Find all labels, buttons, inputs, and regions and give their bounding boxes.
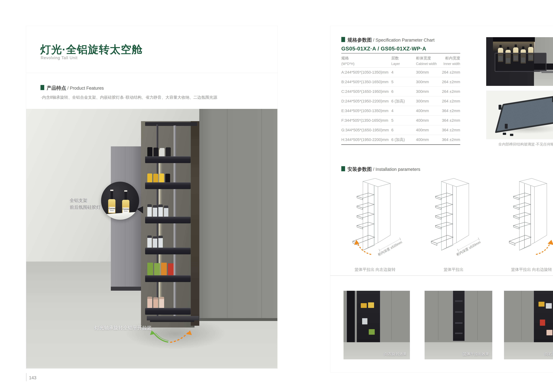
spec-heading-zh: 规格参数图 bbox=[347, 37, 372, 42]
install-diagram-straight: 柜内深度 ≥520mm bbox=[423, 176, 484, 260]
effect-photo-pullout: 篮体平拉出效果 bbox=[425, 291, 492, 359]
page-subtitle: Revolving Tall Unit bbox=[41, 56, 77, 60]
cabinet-right-panels bbox=[199, 109, 277, 321]
install-diagram-left-rotate: 柜内深度 ≥520mm bbox=[345, 176, 405, 260]
diagram-caption: 篮体平拉出 向右边旋转 bbox=[501, 267, 553, 272]
table-row: F:344*505*(1350-1650)mm5400mm364 ±2mm bbox=[341, 116, 460, 125]
rotation-arrows bbox=[142, 325, 195, 346]
effect-photo-caption: 篮体平拉出效果 bbox=[463, 351, 489, 357]
page-title: 灯光·全铝旋转太空舱 bbox=[40, 42, 143, 57]
product-photo-pullout bbox=[486, 37, 553, 86]
basket-tray bbox=[145, 156, 191, 163]
install-diagram-right-rotate bbox=[501, 176, 553, 260]
tray-items bbox=[147, 173, 189, 182]
install-heading-en: / Installation parameters bbox=[372, 167, 420, 172]
bottle-graphic: CoronaExtra bbox=[122, 190, 129, 214]
tray-items bbox=[147, 296, 189, 308]
panel-seam bbox=[262, 109, 262, 321]
diagram-caption: 篮体平拉出 bbox=[423, 267, 484, 272]
bottle-graphic: CoronaExtra bbox=[108, 190, 116, 213]
effect-photo-caption: 向左旋转效果 bbox=[384, 351, 407, 357]
toe-kick bbox=[200, 318, 277, 321]
spec-heading-en: / Specification Parameter Chart bbox=[372, 38, 435, 42]
pullout-rail-lower bbox=[150, 320, 194, 322]
spec-heading: 规格参数图 / Specification Parameter Chart bbox=[347, 37, 435, 43]
basket-tray bbox=[145, 308, 191, 315]
product-photo-basket bbox=[486, 91, 553, 139]
effect-photo-left-rotate: 向左旋转效果 bbox=[344, 291, 410, 359]
effect-photo-right-rotate: 向右旋转效果 bbox=[504, 291, 553, 359]
photo-caption: 全内部榫卯结构玻璃篮·不见任何螺丝 bbox=[486, 142, 553, 147]
install-heading-zh: 安装参数图 bbox=[347, 166, 372, 172]
tray-items bbox=[147, 262, 189, 275]
diagram-caption: 篮体平拉出 向左边旋转 bbox=[345, 267, 405, 272]
cabinet-recess bbox=[191, 121, 199, 326]
tray-items bbox=[147, 235, 189, 248]
upper-shelf bbox=[493, 37, 535, 42]
glass-basket bbox=[495, 53, 546, 72]
basket-tray bbox=[145, 275, 191, 282]
section-marker-icon bbox=[41, 85, 44, 90]
pullout-rail bbox=[147, 316, 199, 320]
svg-text:柜内深度 ≥520mm: 柜内深度 ≥520mm bbox=[377, 240, 403, 257]
model-number: GS05-01XZ·A / GS05-01XZ-WP·A bbox=[341, 46, 426, 52]
catalog-page-right: 规格参数图 / Specification Parameter Chart GS… bbox=[330, 26, 553, 372]
tray-items bbox=[147, 204, 189, 217]
basket-tray bbox=[145, 217, 191, 223]
features-heading-zh: 产品特点 bbox=[47, 85, 66, 91]
section-divider bbox=[330, 275, 553, 276]
section-marker-icon bbox=[341, 166, 345, 171]
table-row: E:344*505*(1050-1350)mm4400mm364 ±2mm bbox=[341, 106, 460, 116]
spec-table: 规格(W*D*H) 层数Layer 柜体宽度Cabinet width 柜内宽度… bbox=[341, 53, 460, 145]
callout-annotation: 全铝支架 前后氛围硅胶灯 bbox=[70, 197, 101, 211]
detail-callout: CoronaExtra CoronaExtra bbox=[101, 182, 139, 220]
slide-rail bbox=[540, 71, 553, 72]
table-row: D:244*505*(1950-2200)mm6 (加高)300mm264 ±2… bbox=[341, 96, 460, 106]
basket-tray bbox=[145, 182, 191, 189]
install-heading: 安装参数图 / Installation parameters bbox=[347, 166, 420, 173]
catalog-page-left: 灯光·全铝旋转太空舱 Revolving Tall Unit 产品特点 / Pr… bbox=[26, 26, 278, 369]
feature-bullet: ·联动结构、省力静音、大容量大收纳、二边氛围光源 bbox=[124, 95, 217, 100]
unit-top-hardware bbox=[145, 122, 197, 126]
table-row: H:344*505*(1950-2200)mm6 (加高)400mm364 ±2… bbox=[341, 135, 460, 145]
table-row: C:244*505*(1650-1950)mm6300mm264 ±2mm bbox=[341, 87, 460, 96]
features-heading-en: / Product Features bbox=[66, 86, 104, 91]
toe-kick bbox=[111, 287, 141, 291]
basket-tray bbox=[145, 248, 191, 254]
tray-items bbox=[147, 147, 189, 156]
slide-rail bbox=[541, 72, 553, 73]
footer-rule-left bbox=[26, 373, 27, 381]
table-row: A:244*505*(1050-1350)mm4300mm264 ±2mm bbox=[341, 68, 460, 77]
effect-photo-caption: 向右旋转效果 bbox=[545, 351, 553, 357]
hero-photo: CoronaExtra CoronaExtra 全铝支架 前后氛围硅胶灯 灯光轴… bbox=[26, 109, 277, 368]
mounting-clip bbox=[510, 134, 513, 136]
table-row: B:244*505*(1350-1650)mm5300mm264 ±2mm bbox=[341, 77, 460, 87]
section-marker-icon bbox=[341, 37, 345, 42]
feature-bullet: ·内含8轴承旋转、全铝合金支架、内嵌硅胶灯条 bbox=[41, 95, 124, 100]
panel-seam bbox=[227, 109, 227, 321]
page-number-left: 143 bbox=[29, 375, 36, 380]
table-row: G:344*505*(1650-1950)mm6400mm364 ±2mm bbox=[341, 125, 460, 135]
mounting-clip bbox=[503, 133, 506, 135]
features-heading: 产品特点 / Product Features bbox=[47, 85, 104, 91]
table-header-row: 规格(W*D*H) 层数Layer 柜体宽度Cabinet width 柜内宽度… bbox=[341, 53, 460, 68]
svg-text:柜内深度 ≥520mm: 柜内深度 ≥520mm bbox=[456, 240, 481, 257]
